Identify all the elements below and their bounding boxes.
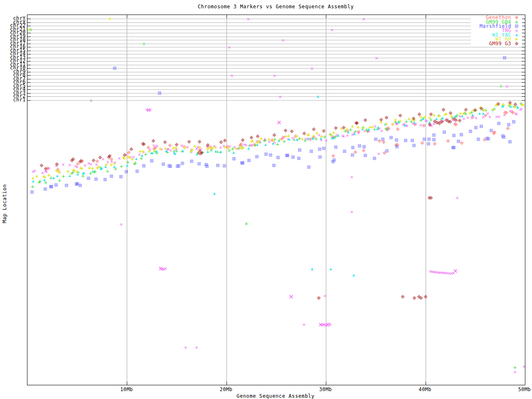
scatter-point (315, 131, 319, 135)
x-gridline (227, 15, 227, 385)
scatter-point (141, 150, 145, 153)
scatter-point (190, 159, 194, 163)
scatter-point (200, 151, 203, 155)
scatter-point (284, 129, 288, 133)
y-axis-tick-right (522, 93, 525, 94)
chromosome-gridline (27, 40, 525, 40)
scatter-point (320, 134, 324, 138)
scatter-point (205, 164, 209, 168)
scatter-point (332, 131, 335, 135)
y-axis-tick-left (27, 82, 31, 83)
scatter-point (433, 142, 437, 145)
scatter-point (432, 138, 436, 142)
scatter-point (350, 209, 354, 213)
scatter-point (35, 174, 39, 178)
scatter-point (438, 113, 441, 117)
scatter-point (222, 164, 226, 167)
scatter-point (133, 161, 137, 165)
scatter-point (496, 102, 500, 106)
chromosome-gridline (27, 82, 525, 83)
scatter-point (310, 66, 314, 70)
scatter-point (40, 164, 44, 167)
scatter-point (412, 144, 416, 148)
scatter-point (43, 187, 47, 191)
legend-label: GM99 G3 (471, 42, 511, 46)
scatter-point (426, 142, 430, 145)
scatter-point (263, 137, 267, 141)
scatter-point (493, 130, 497, 134)
scatter-point (334, 126, 337, 130)
scatter-point (357, 144, 361, 148)
scatter-point (456, 195, 459, 199)
scatter-point (357, 131, 360, 134)
scatter-point (342, 126, 345, 129)
scatter-point (184, 345, 187, 349)
chromosome-gridline (27, 22, 525, 23)
scatter-point (332, 158, 336, 162)
scatter-point (342, 134, 345, 138)
scatter-point (404, 139, 408, 143)
scatter-point (522, 103, 525, 107)
legend-marker-icon (515, 20, 519, 24)
scatter-point (458, 118, 462, 122)
scatter-point (508, 101, 512, 104)
x-tick-label: 10Mb (114, 387, 139, 392)
chromosome-gridline (27, 86, 525, 86)
scatter-point (480, 125, 483, 128)
scatter-point (129, 148, 133, 151)
y-axis-tick-left (27, 61, 31, 62)
scatter-point (363, 118, 367, 122)
scatter-point (106, 170, 109, 173)
scatter-point (473, 108, 477, 112)
scatter-point (247, 158, 251, 162)
scatter-point (267, 138, 271, 141)
scatter-point (47, 173, 51, 177)
scatter-point (506, 126, 510, 130)
scatter-point (481, 115, 485, 119)
chart-title: Chromosome 3 Markers vs Genome Sequence … (0, 4, 532, 10)
scatter-point (380, 129, 384, 133)
scatter-point (271, 138, 275, 142)
y-axis-tick-left (27, 93, 31, 94)
scatter-point (410, 138, 414, 142)
scatter-point (522, 364, 525, 368)
scatter-point (58, 178, 62, 182)
y-axis-tick-left (27, 44, 31, 44)
scatter-point (285, 153, 289, 157)
scatter-point (329, 267, 333, 271)
y-axis-tick-right (522, 68, 525, 69)
scatter-point (474, 126, 478, 129)
scatter-point (281, 38, 285, 42)
x-axis-tick-bottom (525, 382, 525, 385)
scatter-point (448, 120, 452, 123)
scatter-point (241, 161, 245, 165)
x-tick-label: 50Mb (512, 387, 532, 392)
scatter-point (110, 174, 113, 178)
y-axis-tick-right (522, 33, 525, 33)
y-axis-tick-left (27, 54, 31, 54)
scatter-point (168, 165, 172, 168)
scatter-point (419, 296, 423, 300)
scatter-point (429, 112, 433, 116)
scatter-point (322, 147, 326, 150)
scatter-point (276, 119, 282, 125)
scatter-point (230, 74, 234, 77)
scatter-point (55, 162, 59, 166)
x-tick-label: 20Mb (214, 387, 239, 392)
x-axis-tick-bottom (426, 382, 426, 385)
scatter-point (502, 113, 506, 116)
scatter-point (424, 295, 427, 299)
scatter-point (183, 145, 187, 149)
y-axis-tick-right (522, 47, 525, 47)
scatter-point (352, 273, 356, 277)
scatter-point (108, 17, 112, 21)
y-axis-tick-right (522, 96, 525, 97)
scatter-point (125, 163, 129, 167)
scatter-point (316, 95, 320, 99)
scatter-point (374, 138, 377, 141)
y-axis-tick-left (27, 79, 31, 79)
scatter-point (300, 137, 304, 140)
y-axis-tick-right (522, 89, 525, 90)
y-axis-tick-left (27, 86, 31, 86)
scatter-point (227, 45, 231, 49)
